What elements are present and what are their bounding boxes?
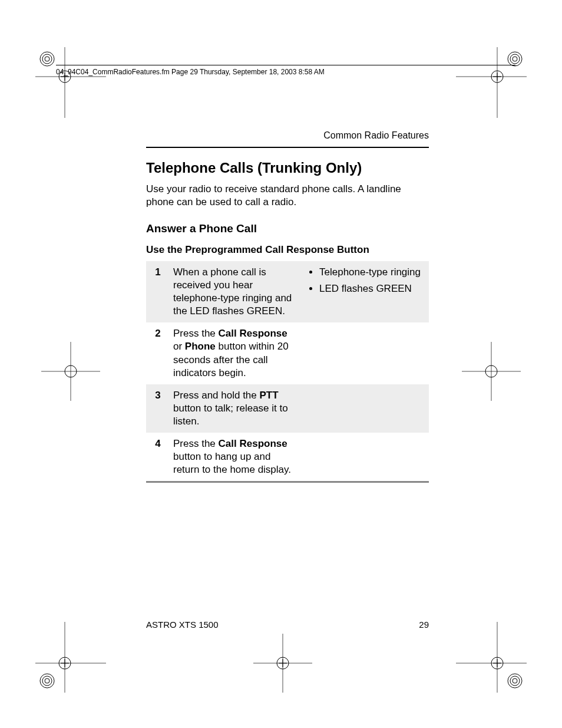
svg-point-1 — [42, 54, 52, 64]
indicator-item: LED flashes GREEN — [319, 282, 425, 295]
header-rule — [146, 147, 429, 148]
svg-point-17 — [42, 676, 52, 686]
crop-mark-icon — [253, 634, 312, 693]
crop-mark-icon — [456, 622, 527, 693]
svg-point-2 — [45, 57, 49, 61]
step-indicators: Telephone-type ringing LED flashes GREEN — [305, 261, 429, 322]
step-number: 3 — [146, 384, 170, 433]
running-header: Common Radio Features — [146, 130, 429, 142]
svg-point-26 — [513, 678, 517, 683]
svg-point-10 — [513, 57, 517, 61]
step-row: 1 When a phone call is received you hear… — [146, 261, 429, 322]
file-meta-text: 04_94C04_CommRadioFeatures.fm Page 29 Th… — [56, 68, 325, 76]
section-heading: Answer a Phone Call — [146, 222, 429, 236]
crop-mark-icon — [456, 47, 527, 118]
step-description: Press and hold the PTT button to talk; r… — [170, 384, 305, 433]
page-title: Telephone Calls (Trunking Only) — [146, 159, 429, 177]
file-meta-header: 04_94C04_CommRadioFeatures.fm Page 29 Th… — [56, 65, 515, 77]
step-row: 3 Press and hold the PTT button to talk;… — [146, 384, 429, 433]
step-description: When a phone call is received you hear t… — [170, 261, 305, 322]
page-footer: ASTRO XTS 1500 29 — [146, 619, 429, 631]
step-row: 2 Press the Call Response or Phone butto… — [146, 322, 429, 384]
svg-point-18 — [45, 678, 49, 683]
steps-table: 1 When a phone call is received you hear… — [146, 261, 429, 481]
step-row: 4 Press the Call Response button to hang… — [146, 433, 429, 481]
step-number: 1 — [146, 261, 170, 322]
step-number: 2 — [146, 322, 170, 384]
intro-paragraph: Use your radio to receive standard phone… — [146, 183, 429, 209]
crop-mark-icon — [35, 47, 106, 118]
crop-mark-icon — [462, 342, 521, 401]
footer-product: ASTRO XTS 1500 — [146, 619, 219, 631]
svg-point-25 — [510, 676, 520, 686]
table-end-rule — [146, 481, 429, 483]
svg-point-9 — [510, 54, 520, 64]
step-description: Press the Call Response button to hang u… — [170, 433, 305, 481]
step-description: Press the Call Response or Phone button … — [170, 322, 305, 384]
footer-page-number: 29 — [419, 619, 429, 631]
step-number: 4 — [146, 433, 170, 481]
subsection-heading: Use the Preprogrammed Call Response Butt… — [146, 243, 429, 256]
crop-mark-icon — [35, 622, 106, 693]
indicator-item: Telephone-type ringing — [319, 266, 425, 279]
crop-mark-icon — [41, 342, 100, 401]
